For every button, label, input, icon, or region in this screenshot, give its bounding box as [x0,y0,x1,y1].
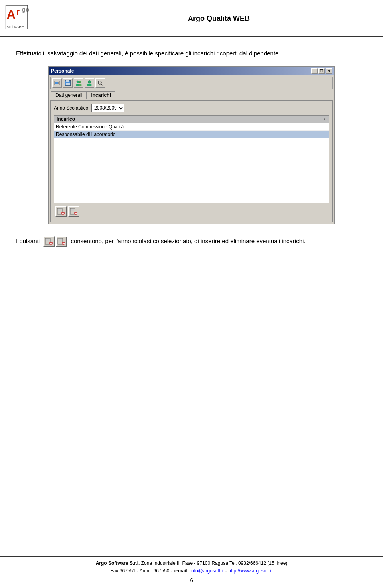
svg-rect-27 [71,209,74,210]
list-item[interactable]: Responsabile di Laboratorio [54,131,329,138]
window-titlebar: Personale − ❐ ✕ [49,67,334,75]
anno-select[interactable]: 2008/2009 [91,104,124,112]
svg-rect-10 [66,80,69,82]
toolbar-back-button[interactable] [52,78,62,88]
svg-text:A: A [7,8,16,22]
incarico-section-header: Incarico ▲ [54,115,329,123]
inner-content: Anno Scolastico 2008/2009 Incarico ▲ Ref… [50,100,333,222]
restore-button[interactable]: ❐ [318,68,325,74]
svg-rect-35 [46,242,48,242]
toolbar-person-button[interactable] [85,78,94,88]
toolbar-people-button[interactable] [74,78,83,88]
footer-line-2: Fax 667551 - Amm. 667550 - e-mail: info@… [16,567,367,575]
svg-rect-23 [58,212,60,212]
anno-row: Anno Scolastico 2008/2009 [54,104,329,112]
search-icon [97,80,103,86]
svg-point-16 [88,80,91,83]
svg-rect-40 [59,240,62,241]
people-icon [75,80,82,86]
incarico-list-container[interactable]: Referente Commissione Qualità Responsabi… [54,123,329,203]
svg-rect-7 [55,82,58,84]
list-item[interactable]: Referente Commissione Qualità [54,123,329,131]
inline-delete-button: − [56,236,67,247]
logo-svg: A r go SoftwARE [4,4,52,32]
anno-label: Anno Scolastico [54,105,88,111]
inline-buttons: + − [43,236,67,247]
footer-line-1: Argo Software S.r.l. Zona Industriale II… [16,560,367,567]
footer-email-label: e-mail: [174,568,190,574]
para-suffix: consentono, per l'anno scolastico selezi… [71,238,305,244]
page-number: 6 [16,576,367,585]
delete-icon: − [70,208,78,215]
add-icon: + [57,208,65,215]
application-window: Personale − ❐ ✕ [48,66,335,224]
inline-add-button: + [43,236,55,247]
delete-record-button[interactable]: − [68,206,79,217]
person-icon [86,80,93,86]
svg-rect-34 [46,240,49,241]
logo: A r go SoftwARE [4,4,63,33]
footer-email-link[interactable]: info@argosoft.it [190,568,224,574]
page-footer: Argo Software S.r.l. Zona Industriale II… [0,556,383,588]
svg-rect-33 [46,239,49,240]
svg-point-14 [79,81,81,83]
minimize-button[interactable]: − [311,68,318,74]
svg-rect-39 [59,239,62,240]
inline-add-icon: + [45,238,53,245]
description-paragraph: I pulsanti + − [16,236,367,247]
svg-text:+: + [50,242,52,245]
footer-address: Zona Industriale III Fase - 97100 Ragusa… [141,560,288,566]
svg-point-15 [79,84,82,86]
page-title: Argo Qualità WEB [188,14,250,22]
window-title: Personale [51,68,74,74]
svg-text:+: + [62,212,64,215]
footer-company: Argo Software S.r.l. [96,560,140,566]
para-prefix: I pulsanti [16,238,40,244]
window-body: Dati generali Incarichi Anno Scolastico … [49,75,334,224]
bottom-toolbar: + − [54,205,329,218]
tab-incarichi[interactable]: Incarichi [87,91,115,99]
svg-point-18 [98,81,101,84]
header-title-area: Argo Qualità WEB [63,14,375,23]
svg-rect-21 [58,209,61,210]
save-icon [65,80,71,86]
footer-fax: Fax 667551 - Amm. 667550 - [110,568,174,574]
svg-point-17 [87,83,92,86]
tab-dati-generali[interactable]: Dati generali [51,91,87,99]
svg-rect-28 [71,210,74,211]
svg-rect-22 [58,210,61,211]
incarico-list: Referente Commissione Qualità Responsabi… [54,123,329,138]
back-icon [54,80,60,86]
svg-rect-41 [59,242,61,242]
toolbar-search-button[interactable] [95,78,105,88]
page-header: A r go SoftwARE Argo Qualità WEB [0,0,383,37]
incarico-label: Incarico [57,116,75,122]
inline-delete-icon: − [57,238,65,245]
footer-url-link[interactable]: http://www.argosoft.it [228,568,272,574]
window-controls[interactable]: − ❐ ✕ [311,68,332,74]
svg-text:go: go [22,6,29,13]
tabs-row: Dati generali Incarichi [50,91,333,99]
svg-rect-11 [66,83,70,85]
add-record-button[interactable]: + [55,206,67,217]
svg-text:r: r [16,7,20,17]
svg-line-19 [101,84,103,85]
intro-paragraph: Effettuato il salvataggio dei dati gener… [16,49,367,58]
svg-point-12 [77,81,79,83]
svg-text:−: − [62,240,65,245]
toolbar [50,77,333,89]
svg-rect-29 [71,212,73,212]
svg-text:−: − [75,210,77,215]
svg-text:SoftwARE: SoftwARE [7,24,25,29]
toolbar-save-button[interactable] [63,78,73,88]
scroll-indicator: ▲ [322,117,326,121]
close-button[interactable]: ✕ [326,68,332,74]
main-content: Effettuato il salvataggio dei dati gener… [0,37,383,255]
